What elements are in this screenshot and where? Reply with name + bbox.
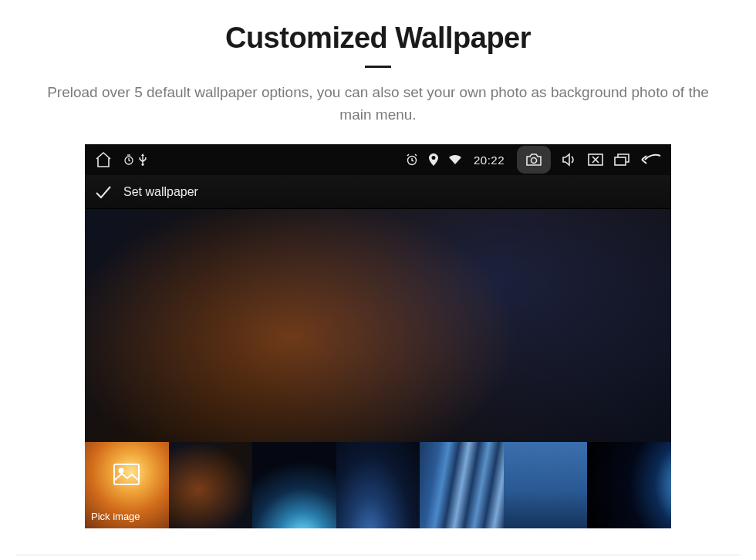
close-window-icon[interactable] bbox=[588, 153, 603, 166]
action-bar: Set wallpaper bbox=[85, 175, 671, 209]
status-time: 20:22 bbox=[474, 153, 505, 167]
pick-image-label: Pick image bbox=[91, 511, 140, 522]
wallpaper-thumb[interactable] bbox=[169, 442, 253, 528]
svg-point-6 bbox=[120, 469, 123, 473]
wallpaper-thumb[interactable] bbox=[252, 442, 336, 528]
wallpaper-thumb[interactable] bbox=[336, 442, 420, 528]
wallpaper-thumbnails: Pick image bbox=[85, 442, 671, 528]
page-title: Customized Wallpaper bbox=[0, 22, 756, 55]
pick-image-button[interactable]: Pick image bbox=[85, 442, 169, 528]
title-underline bbox=[365, 66, 391, 68]
section-divider bbox=[15, 555, 741, 555]
alarm-icon bbox=[406, 153, 418, 166]
svg-point-2 bbox=[532, 158, 537, 164]
timer-icon bbox=[123, 154, 134, 165]
location-icon bbox=[429, 153, 438, 166]
back-icon[interactable] bbox=[640, 153, 662, 166]
wallpaper-thumb[interactable] bbox=[420, 442, 504, 528]
usb-icon bbox=[139, 153, 147, 166]
wallpaper-thumb[interactable] bbox=[504, 442, 588, 528]
image-icon bbox=[113, 464, 140, 487]
wallpaper-preview[interactable] bbox=[85, 209, 671, 442]
action-bar-label: Set wallpaper bbox=[123, 185, 198, 199]
wallpaper-thumb[interactable] bbox=[587, 442, 671, 528]
svg-rect-4 bbox=[615, 157, 626, 165]
wifi-icon bbox=[449, 155, 461, 164]
home-icon[interactable] bbox=[94, 151, 113, 168]
status-bar: 20:22 bbox=[85, 144, 671, 175]
recent-apps-icon[interactable] bbox=[614, 153, 629, 166]
camera-icon bbox=[525, 153, 542, 167]
screenshot-button[interactable] bbox=[517, 146, 551, 174]
svg-rect-5 bbox=[114, 464, 139, 484]
volume-icon[interactable] bbox=[562, 153, 577, 167]
confirm-button[interactable] bbox=[94, 184, 113, 200]
page-subtitle: Preload over 5 default wallpaper options… bbox=[39, 82, 717, 126]
device-screenshot: 20:22 bbox=[85, 144, 671, 528]
